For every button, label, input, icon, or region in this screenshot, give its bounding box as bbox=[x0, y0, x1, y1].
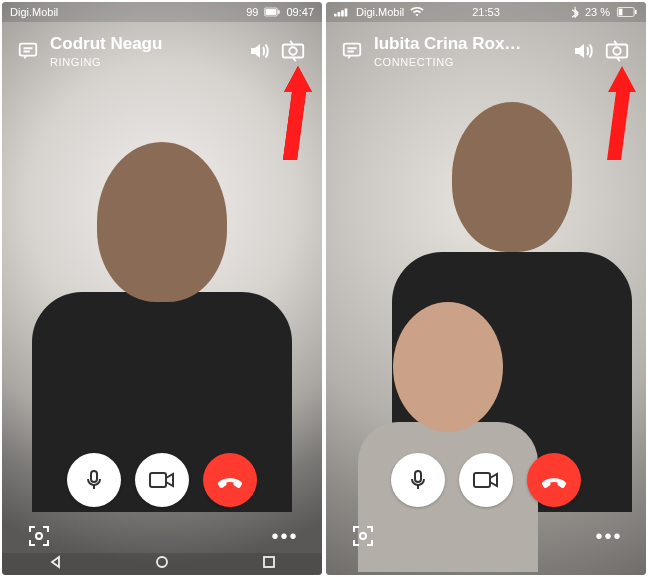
svg-rect-3 bbox=[20, 44, 37, 56]
call-header: Iubita Crina Rox… CONNECTING bbox=[326, 28, 646, 74]
status-bar: Digi.Mobil 99 09:47 bbox=[2, 2, 322, 22]
svg-point-11 bbox=[36, 533, 42, 539]
switch-camera-icon[interactable] bbox=[600, 34, 634, 68]
switch-camera-icon[interactable] bbox=[276, 34, 310, 68]
camera-focus-icon[interactable] bbox=[24, 521, 54, 551]
android-nav-bar bbox=[2, 553, 322, 575]
speaker-icon[interactable] bbox=[242, 34, 276, 68]
more-icon: ••• bbox=[271, 525, 298, 548]
end-call-button[interactable] bbox=[203, 453, 257, 507]
svg-rect-28 bbox=[474, 473, 490, 487]
bottom-row: ••• bbox=[326, 521, 646, 551]
phone-right: Digi.Mobil 21:53 23 % Iubita Crina Rox… … bbox=[326, 2, 646, 575]
clock: 21:53 bbox=[472, 6, 500, 18]
speaker-icon[interactable] bbox=[566, 34, 600, 68]
contact-name: Iubita Crina Rox… bbox=[374, 34, 566, 54]
chat-icon[interactable] bbox=[338, 37, 366, 65]
nav-recents[interactable] bbox=[262, 555, 276, 573]
person-silhouette-head bbox=[97, 142, 227, 302]
video-toggle-button[interactable] bbox=[459, 453, 513, 507]
svg-rect-19 bbox=[619, 9, 623, 16]
chat-icon[interactable] bbox=[14, 37, 42, 65]
more-button[interactable]: ••• bbox=[270, 521, 300, 551]
signal-icon bbox=[334, 7, 350, 17]
svg-rect-10 bbox=[150, 473, 166, 487]
svg-rect-15 bbox=[338, 12, 341, 16]
nav-back[interactable] bbox=[48, 555, 62, 573]
svg-point-25 bbox=[613, 47, 620, 54]
status-bar: Digi.Mobil 21:53 23 % bbox=[326, 2, 646, 22]
end-call-button[interactable] bbox=[527, 453, 581, 507]
call-controls bbox=[2, 453, 322, 507]
svg-rect-26 bbox=[415, 471, 421, 482]
svg-rect-17 bbox=[345, 8, 348, 16]
wifi-icon bbox=[410, 7, 424, 17]
battery-percent: 99 bbox=[246, 6, 258, 18]
mute-button[interactable] bbox=[67, 453, 121, 507]
person2-silhouette-head bbox=[393, 302, 503, 432]
carrier-label: Digi.Mobil bbox=[10, 6, 58, 18]
svg-rect-13 bbox=[264, 557, 274, 567]
bottom-row: ••• bbox=[2, 521, 322, 551]
clock: 09:47 bbox=[286, 6, 314, 18]
battery-icon bbox=[616, 7, 638, 17]
call-header: Codrut Neagu RINGING bbox=[2, 28, 322, 74]
battery-text: 23 % bbox=[585, 6, 610, 18]
mute-button[interactable] bbox=[391, 453, 445, 507]
camera-focus-icon[interactable] bbox=[348, 521, 378, 551]
svg-rect-2 bbox=[279, 10, 280, 14]
svg-rect-1 bbox=[266, 9, 277, 15]
battery-icon bbox=[264, 7, 280, 17]
bluetooth-icon bbox=[571, 6, 579, 18]
svg-point-29 bbox=[360, 533, 366, 539]
video-toggle-button[interactable] bbox=[135, 453, 189, 507]
call-status: CONNECTING bbox=[374, 56, 566, 68]
call-controls bbox=[326, 453, 646, 507]
svg-rect-21 bbox=[344, 44, 361, 56]
call-status: RINGING bbox=[50, 56, 242, 68]
svg-point-12 bbox=[157, 557, 167, 567]
svg-rect-16 bbox=[341, 10, 344, 16]
carrier-label: Digi.Mobil bbox=[356, 6, 404, 18]
more-button[interactable]: ••• bbox=[594, 521, 624, 551]
svg-rect-14 bbox=[334, 14, 337, 17]
phone-left: Digi.Mobil 99 09:47 Codrut Neagu RINGING bbox=[2, 2, 322, 575]
more-icon: ••• bbox=[595, 525, 622, 548]
contact-name: Codrut Neagu bbox=[50, 34, 242, 54]
person1-silhouette-head bbox=[452, 102, 572, 252]
svg-rect-8 bbox=[91, 471, 97, 482]
svg-rect-20 bbox=[635, 10, 637, 14]
svg-point-7 bbox=[289, 47, 296, 54]
nav-home[interactable] bbox=[155, 555, 169, 573]
